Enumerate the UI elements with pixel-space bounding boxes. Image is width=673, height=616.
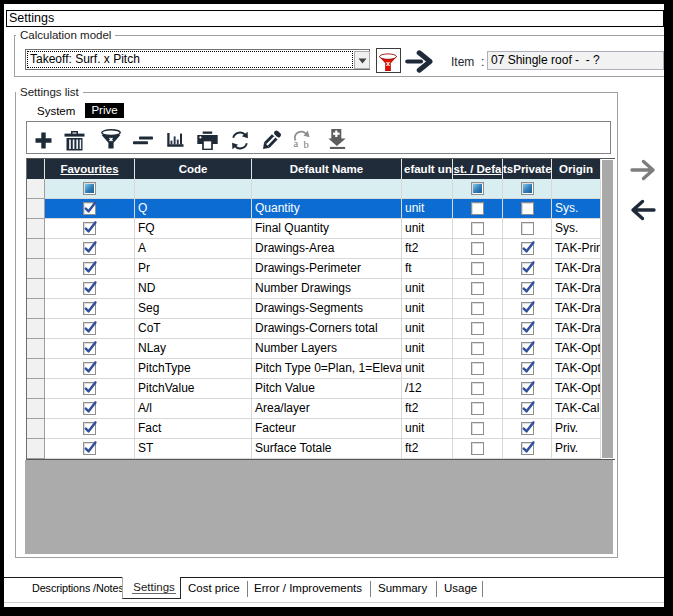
svg-text:a: a (294, 138, 299, 149)
svg-text:b: b (304, 139, 309, 148)
